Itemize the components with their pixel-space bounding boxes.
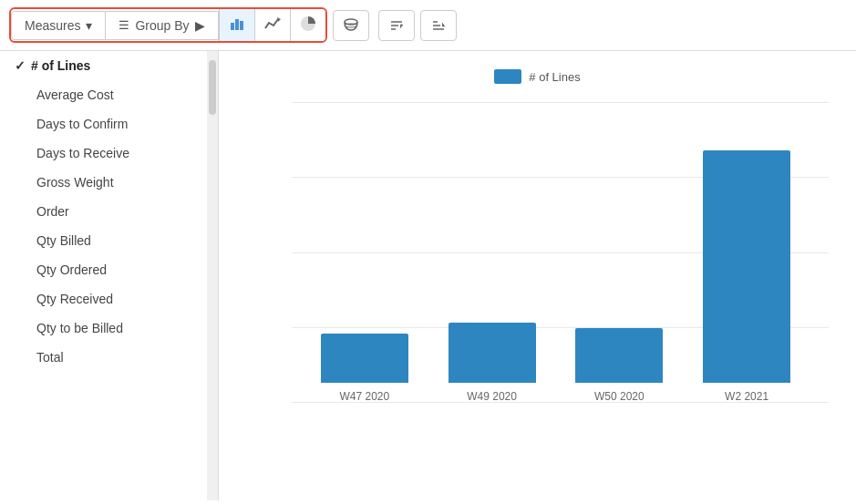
sidebar-item[interactable]: Gross Weight [0,168,218,197]
chart-area: # of Lines W47 2020W49 2020W50 2020W2 20… [219,51,856,500]
chart-bar [321,334,408,383]
bar-label: W50 2020 [594,390,645,403]
chart-legend: # of Lines [246,69,829,84]
bar-chart-button[interactable] [219,9,254,41]
bar-label: W2 2021 [725,390,768,403]
bar-chart-icon [229,15,245,32]
sidebar-item-label: Days to Receive [36,146,129,160]
stack-button[interactable] [333,10,369,41]
measures-dropdown-icon: ▾ [86,18,92,33]
line-chart-icon [264,15,281,32]
measures-sidebar: ✓# of LinesAverage CostDays to ConfirmDa… [0,51,219,500]
sidebar-item[interactable]: Qty Ordered [0,255,218,284]
sidebar-item-label: Qty Ordered [36,262,107,277]
sort-desc-icon [430,17,447,34]
svg-rect-2 [240,21,243,30]
groupby-button[interactable]: ☰ Group By ▶ [106,11,218,40]
bar-chart: W47 2020W49 2020W50 2020W2 2021 [246,102,829,430]
checkmark-icon: ✓ [15,58,26,73]
sort-asc-button[interactable] [378,10,415,41]
bar-group: W47 2020 [310,334,419,403]
sidebar-item[interactable]: Days to Receive [0,139,218,168]
sidebar-item-label: Order [36,204,69,219]
measures-label: Measures [25,18,80,33]
sidebar-scrollbar-thumb [209,60,216,115]
main-content: ✓# of LinesAverage CostDays to ConfirmDa… [0,51,856,500]
sidebar-item[interactable]: Average Cost [0,80,218,109]
svg-rect-1 [235,19,239,30]
pie-chart-button[interactable] [290,9,325,41]
stack-icon [343,17,359,34]
legend-color-swatch [494,69,521,84]
sort-desc-button[interactable] [420,10,457,41]
groupby-arrow-icon: ▶ [195,18,205,33]
sidebar-item[interactable]: Total [0,343,218,372]
bar-label: W47 2020 [340,390,390,403]
pie-chart-icon [300,15,316,32]
sidebar-item-label: Qty Billed [36,233,91,248]
chart-bar [449,323,536,383]
sort-asc-icon [388,17,405,34]
bar-group: W2 2021 [692,150,801,403]
sidebar-item[interactable]: ✓# of Lines [0,51,218,80]
sidebar-item-label: Gross Weight [36,175,114,190]
toolbar: Measures ▾ ☰ Group By ▶ [0,0,856,51]
sidebar-item[interactable]: Days to Confirm [0,109,218,139]
sidebar-item-label: Days to Confirm [36,117,128,131]
groupby-lines-icon: ☰ [119,18,129,32]
sidebar-item[interactable]: Qty Billed [0,226,218,255]
bar-group: W49 2020 [438,323,547,403]
chart-bar [703,150,790,383]
sidebar-item-label: Average Cost [36,87,114,102]
legend-label: # of Lines [529,70,580,84]
measures-button[interactable]: Measures ▾ [11,11,106,40]
sidebar-item[interactable]: Qty to be Billed [0,314,218,343]
highlighted-group: Measures ▾ ☰ Group By ▶ [9,7,327,43]
bar-label: W49 2020 [467,390,517,403]
sidebar-item-label: Qty Received [36,292,113,306]
sidebar-scrollbar[interactable] [207,51,218,500]
bar-group: W50 2020 [565,328,675,403]
groupby-label: Group By [135,18,189,33]
line-chart-button[interactable] [254,9,290,41]
chart-bar [575,328,663,383]
sidebar-item-label: Qty to be Billed [36,321,123,335]
sidebar-item-label: # of Lines [31,58,90,73]
sidebar-item[interactable]: Qty Received [0,284,218,314]
svg-rect-0 [231,23,234,30]
sidebar-item[interactable]: Order [0,197,218,226]
sidebar-item-label: Total [36,350,64,365]
sidebar-items-list: ✓# of LinesAverage CostDays to ConfirmDa… [0,51,218,372]
bars-area: W47 2020W49 2020W50 2020W2 2021 [292,102,820,403]
